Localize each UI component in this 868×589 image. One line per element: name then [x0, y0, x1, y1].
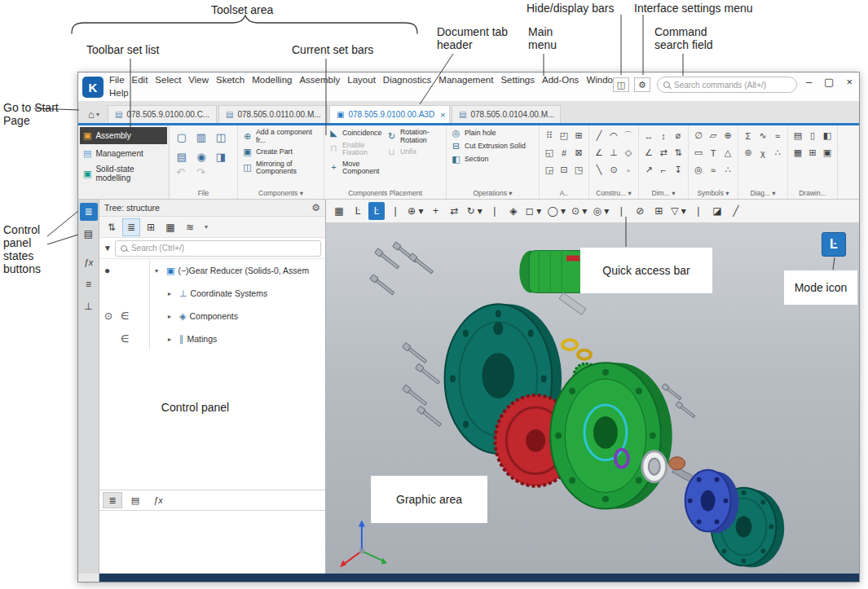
minimize-button[interactable]: –	[806, 76, 812, 88]
menu-item[interactable]: Settings	[500, 75, 535, 85]
symbol-tool-icon[interactable]: T	[706, 144, 720, 161]
dimension-tool-icon[interactable]: ⇅	[671, 144, 685, 161]
menu-item[interactable]: Sketch	[216, 75, 245, 85]
add-component-button[interactable]: ⊕ Add a component fr...	[240, 127, 321, 146]
aux-tool-icon[interactable]: ⊞	[571, 127, 586, 144]
quick-access-button[interactable]: ▽ ▾	[669, 202, 688, 220]
drawing-tool-icon[interactable]: ▣	[820, 144, 835, 161]
tree-toolbar-button[interactable]: ▦	[161, 218, 179, 236]
gear-icon[interactable]: ⚙	[311, 202, 320, 213]
symbol-tool-icon[interactable]: ∅	[691, 127, 706, 144]
mirror-components-button[interactable]: ◫ Mirroring of Components	[240, 159, 321, 178]
diagnostics-tool-icon[interactable]: χ	[756, 144, 770, 161]
toolset-assembly[interactable]: ▣ Assembly	[80, 127, 167, 144]
aux-tool-icon[interactable]: ◳	[571, 161, 586, 178]
rotation-rotation-button[interactable]: ↻ Rotation-Rotation	[385, 127, 443, 146]
section-button[interactable]: ◧ Section	[449, 153, 536, 166]
dimension-tool-icon[interactable]: ↧	[671, 161, 685, 178]
command-search-field[interactable]	[657, 77, 797, 93]
quick-access-button[interactable]: Ŀ	[368, 202, 385, 220]
quick-access-button[interactable]: |	[387, 202, 403, 220]
tree-toolbar-button[interactable]: ≋	[181, 218, 199, 236]
dimension-tool-icon[interactable]: ∠	[641, 144, 656, 161]
filter-icon[interactable]: ▼	[104, 244, 112, 253]
symbol-tool-icon[interactable]: ∴	[720, 161, 735, 178]
quick-access-button[interactable]: ◯ ▾	[545, 202, 567, 220]
chevron-down-icon[interactable]: ▾	[155, 267, 163, 275]
toolset-management[interactable]: ▤ Management	[80, 145, 167, 162]
symbol-tool-icon[interactable]: ◎	[691, 161, 706, 178]
panel-state-button[interactable]: ⊥	[80, 297, 98, 315]
diagnostics-tool-icon[interactable]: ∿	[756, 127, 770, 144]
quick-access-button[interactable]: |	[487, 202, 503, 220]
tree-toolbar-button[interactable]: ▾	[200, 218, 212, 236]
diagnostics-tool-icon[interactable]: Σ	[741, 127, 756, 144]
quick-access-button[interactable]: Ŀ	[350, 202, 366, 220]
undo-icon[interactable]: ↶	[176, 166, 185, 178]
drawing-tool-icon[interactable]: ▦	[791, 144, 805, 161]
hide-display-bars-button[interactable]: ◫	[613, 77, 629, 92]
aux-tool-icon[interactable]: #	[557, 144, 571, 161]
move-component-button[interactable]: + Move Component	[327, 159, 385, 178]
create-part-button[interactable]: ▣ Create Part	[240, 146, 321, 159]
diagnostics-tool-icon[interactable]: ∴	[770, 144, 785, 161]
dimension-tool-icon[interactable]: ⇄	[656, 144, 671, 161]
menu-item[interactable]: Add-Ons	[542, 75, 579, 85]
quick-access-button[interactable]: ⊞	[650, 202, 667, 220]
quick-access-button[interactable]: |	[690, 202, 707, 220]
menu-item[interactable]: Layout	[347, 75, 376, 85]
panel-state-button[interactable]: ƒx	[80, 253, 98, 271]
dimension-tool-icon[interactable]: ↗	[641, 161, 656, 178]
construction-tool-icon[interactable]: ⌒	[621, 127, 636, 144]
tree-toolbar-button[interactable]: ≣	[122, 218, 140, 236]
diagnostics-tool-icon[interactable]: ⊚	[741, 144, 756, 161]
menu-item[interactable]: Diagnostics	[383, 75, 431, 85]
close-tab-icon[interactable]: ×	[440, 110, 445, 120]
menu-item[interactable]: Edit	[132, 75, 148, 85]
construction-tool-icon[interactable]: ╲	[592, 161, 606, 178]
file-tool-icon[interactable]: ▢	[172, 127, 192, 147]
document-tab[interactable]: ▤ 078.505.0.0110.00.M...	[218, 105, 328, 123]
menu-item[interactable]: File	[109, 75, 125, 85]
panel-state-button[interactable]: ≡	[80, 275, 98, 293]
chevron-right-icon[interactable]: ▸	[168, 313, 176, 320]
menu-item[interactable]: Assembly	[299, 75, 340, 85]
tree-toolbar-button[interactable]: ⊞	[142, 218, 160, 236]
document-tab-active[interactable]: ▣ 078.505.9.0100.00.A3D ×	[329, 105, 450, 123]
aux-tool-icon[interactable]: ⠿	[542, 127, 557, 144]
panel-state-button[interactable]: ▤	[80, 225, 98, 243]
coincidence-button[interactable]: ◣ Coincidence	[327, 127, 385, 140]
tree-row-matings[interactable]: ∈ ▸ ∥ Matings	[99, 327, 325, 350]
visibility-eye-icon[interactable]: ⊙	[104, 310, 121, 322]
file-tool-icon[interactable]: ◨	[211, 147, 231, 166]
panel-bottom-tab[interactable]: ▤	[126, 492, 145, 508]
symbol-tool-icon[interactable]: △	[720, 144, 735, 161]
dimension-tool-icon[interactable]: ↕	[656, 127, 671, 144]
quick-access-button[interactable]: |	[613, 202, 629, 220]
quick-access-button[interactable]: ◎ ▾	[591, 202, 610, 220]
command-search-input[interactable]	[674, 81, 791, 90]
file-tool-icon[interactable]: ◫	[211, 127, 231, 147]
tree-row-root[interactable]: ● ▾ ▣ (−)Gear Reducer (Solids-0, Assem	[99, 259, 325, 282]
quick-access-button[interactable]: ▦	[331, 202, 347, 220]
dimension-tool-icon[interactable]: ⌀	[671, 127, 685, 144]
menu-item[interactable]: View	[188, 75, 209, 85]
document-tab[interactable]: ▤ 078.505.9.0100.00.C...	[108, 105, 217, 123]
panel-bottom-tab[interactable]: ƒx	[148, 492, 168, 508]
interface-settings-button[interactable]: ⚙	[634, 77, 650, 92]
chevron-right-icon[interactable]: ▸	[168, 290, 176, 297]
quick-access-button[interactable]: ↻ ▾	[465, 202, 483, 220]
drawing-tool-icon[interactable]: ◧	[820, 127, 835, 144]
toolset-solid-state-modelling[interactable]: ▣ Solid-state modelling	[80, 163, 167, 184]
symbol-tool-icon[interactable]: ▭	[691, 144, 706, 161]
aux-tool-icon[interactable]: ◰	[557, 127, 571, 144]
mode-icon[interactable]: Ŀ	[822, 232, 846, 257]
quick-access-button[interactable]: ╱	[728, 202, 744, 220]
tree-row-coordinate-systems[interactable]: ▸ ⊥ Coordinate Systems	[99, 282, 325, 305]
diagnostics-tool-icon[interactable]: ≈	[770, 127, 785, 144]
quick-access-button[interactable]: ⇄	[446, 202, 462, 220]
enable-fixation-button[interactable]: ⊓ Enable Fixation	[327, 140, 385, 159]
tree-toolbar-button[interactable]: ⇅	[103, 218, 121, 236]
app-logo-icon[interactable]: K	[82, 77, 104, 98]
drawing-tool-icon[interactable]: ▤	[791, 127, 805, 144]
